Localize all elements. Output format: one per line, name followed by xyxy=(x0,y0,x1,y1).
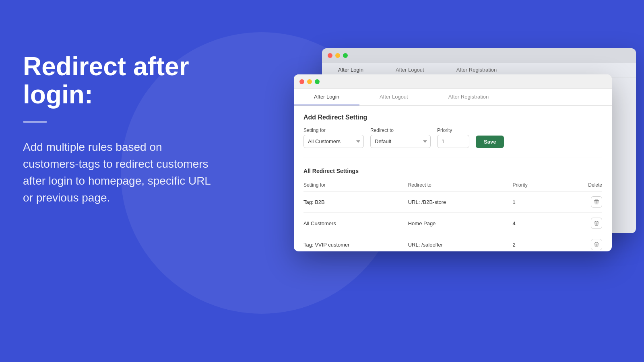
redirect-to-group: Redirect to Default xyxy=(370,128,431,148)
cell-priority: 1 xyxy=(512,191,557,213)
cell-redirect-to: Home Page xyxy=(408,213,513,234)
table-row: All CustomersHome Page4 xyxy=(303,213,602,234)
add-section-title: Add Redirect Setting xyxy=(303,114,602,121)
priority-input[interactable] xyxy=(437,135,469,148)
priority-label: Priority xyxy=(437,128,469,133)
table-row: Tag: VVIP customerURL: /saleoffer2 xyxy=(303,234,602,252)
cell-delete xyxy=(557,213,602,234)
main-heading: Redirect after login: xyxy=(23,52,216,109)
redirect-settings-table: Setting for Redirect to Priority Delete … xyxy=(303,179,602,251)
cell-priority: 4 xyxy=(512,213,557,234)
close-dot-front xyxy=(299,79,304,84)
minimize-dot-front xyxy=(307,79,312,84)
window-front-titlebar xyxy=(294,74,612,89)
col-header-setting: Setting for xyxy=(303,179,408,191)
description-text: Add multiple rules based on customers-ta… xyxy=(23,139,216,206)
setting-for-select[interactable]: All Customers xyxy=(303,135,364,148)
minimize-dot-back xyxy=(335,53,340,58)
tab-after-login-front[interactable]: After Login xyxy=(294,89,359,105)
cell-redirect-to: URL: /saleoffer xyxy=(408,234,513,252)
add-redirect-form: Setting for All Customers Redirect to De… xyxy=(303,128,602,158)
cell-setting-for: Tag: B2B xyxy=(303,191,408,213)
tab-after-logout-front[interactable]: After Logout xyxy=(359,89,428,105)
setting-for-group: Setting for All Customers xyxy=(303,128,364,148)
window-back-titlebar xyxy=(322,48,636,63)
tab-after-registration-front[interactable]: After Registration xyxy=(428,89,509,105)
window-front: After Login After Logout After Registrat… xyxy=(294,74,612,251)
cell-setting-for: Tag: VVIP customer xyxy=(303,234,408,252)
redirect-to-select[interactable]: Default xyxy=(370,135,431,148)
table-row: Tag: B2BURL: /B2B-store1 xyxy=(303,191,602,213)
delete-button[interactable] xyxy=(591,218,602,229)
delete-button[interactable] xyxy=(591,196,602,208)
setting-for-label: Setting for xyxy=(303,128,364,133)
heading-line1: Redirect after xyxy=(23,52,189,81)
maximize-dot-back xyxy=(343,53,348,58)
close-dot-back xyxy=(328,53,332,58)
right-section: After Login After Logout After Registrat… xyxy=(282,0,644,362)
col-header-delete: Delete xyxy=(557,179,602,191)
cell-priority: 2 xyxy=(512,234,557,252)
col-header-redirect: Redirect to xyxy=(408,179,513,191)
col-header-priority: Priority xyxy=(512,179,557,191)
delete-button[interactable] xyxy=(591,239,602,250)
priority-group: Priority xyxy=(437,128,469,148)
cell-delete xyxy=(557,191,602,213)
cell-redirect-to: URL: /B2B-store xyxy=(408,191,513,213)
table-section-title: All Redirect Settings xyxy=(303,168,602,174)
left-section: Redirect after login: Add multiple rules… xyxy=(23,52,216,206)
divider xyxy=(23,121,47,123)
save-button[interactable]: Save xyxy=(476,136,504,148)
maximize-dot-front xyxy=(315,79,320,84)
page-background: Redirect after login: Add multiple rules… xyxy=(0,0,644,362)
heading-line2: login: xyxy=(23,80,93,109)
redirect-to-label: Redirect to xyxy=(370,128,431,133)
window-front-tabs: After Login After Logout After Registrat… xyxy=(294,89,612,106)
cell-setting-for: All Customers xyxy=(303,213,408,234)
cell-delete xyxy=(557,234,602,252)
window-content: Add Redirect Setting Setting for All Cus… xyxy=(294,106,612,251)
